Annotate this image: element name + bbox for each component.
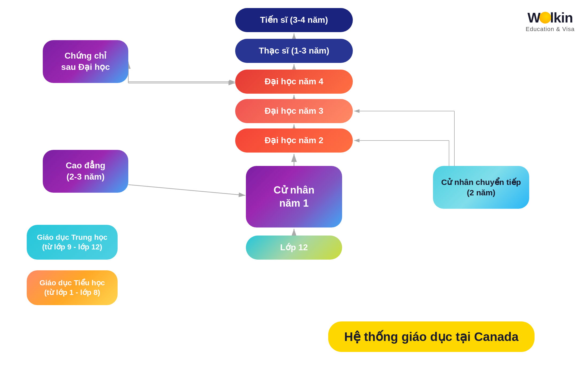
main-title: Hệ thống giáo dục tại Canada	[328, 321, 535, 352]
node-trunghoc: Giáo dục Trung học (từ lớp 9 - lớp 12)	[27, 225, 118, 260]
logo: Wlkin Education & Visa	[526, 11, 575, 33]
node-cunhan: Cử nhân năm 1	[246, 166, 342, 227]
logo-name: Wlkin	[526, 11, 575, 25]
node-chungchi: Chứng chỉ sau Đại học	[43, 40, 128, 83]
node-thacsi: Thạc sĩ (1-3 năm)	[235, 39, 353, 63]
svg-line-13	[128, 185, 245, 195]
logo-subtitle: Education & Visa	[526, 26, 575, 33]
node-tiensi: Tiến sĩ (3-4 năm)	[235, 8, 353, 32]
node-tieuhoc: Giáo dục Tiểu học (từ lớp 1 - lớp 8)	[27, 270, 118, 305]
node-dhn2: Đại học năm 2	[235, 128, 353, 153]
node-cunhanchuyen: Cử nhân chuyển tiếp (2 năm)	[433, 166, 529, 209]
node-lop12: Lớp 12	[246, 236, 342, 260]
node-dhn4: Đại học năm 4	[235, 70, 353, 94]
node-dhn3: Đại học năm 3	[235, 99, 353, 123]
node-caodang: Cao đẳng (2-3 năm)	[43, 150, 128, 193]
